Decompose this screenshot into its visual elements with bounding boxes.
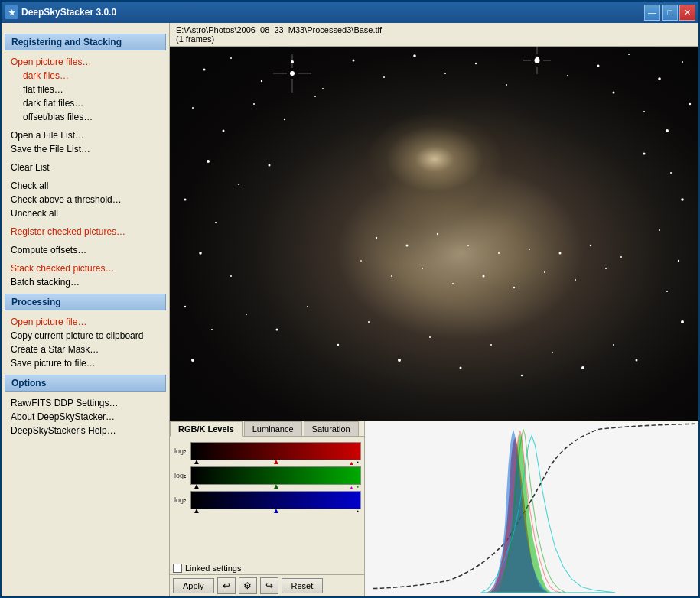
svg-point-5 <box>353 60 355 62</box>
linked-settings-row: Linked settings <box>170 562 364 574</box>
green-marker-left[interactable]: ▲ <box>193 482 200 490</box>
sidebar-item-open-picture-file[interactable]: Open picture file… <box>2 315 169 329</box>
green-marker-right-small[interactable]: ▲ <box>349 485 354 490</box>
svg-point-24 <box>269 164 271 167</box>
svg-point-53 <box>552 352 553 353</box>
reset-button[interactable]: Reset <box>282 578 324 593</box>
svg-point-51 <box>490 344 492 346</box>
svg-point-50 <box>460 367 462 369</box>
svg-point-55 <box>613 344 614 346</box>
svg-point-48 <box>398 359 401 362</box>
svg-point-72 <box>437 233 438 235</box>
svg-point-73 <box>452 283 454 284</box>
sidebar-item-save-picture[interactable]: Save picture to file… <box>2 356 169 370</box>
svg-point-57 <box>290 71 295 76</box>
sidebar-item-about[interactable]: About DeepSkyStacker… <box>2 410 169 424</box>
svg-point-32 <box>230 275 232 277</box>
sidebar-item-check-all[interactable]: Check all <box>2 179 169 193</box>
blue-marker-right[interactable]: ▪ <box>357 508 359 515</box>
sidebar-item-open-file-list[interactable]: Open a File List… <box>2 128 169 142</box>
svg-point-56 <box>636 359 638 362</box>
tab-saturation[interactable]: Saturation <box>304 421 359 436</box>
blue-channel-row: log₂ ▲ ▲ ▪ <box>173 489 361 512</box>
svg-point-33 <box>184 306 186 307</box>
sidebar-item-dark-files[interactable]: dark files… <box>2 69 169 83</box>
svg-point-71 <box>422 268 423 269</box>
undo-button[interactable]: ↩ <box>217 577 236 594</box>
sidebar-item-flat-files[interactable]: flat files… <box>2 83 169 96</box>
sidebar-item-raw-fits-ddp[interactable]: Raw/FITS DDP Settings… <box>2 396 169 410</box>
undo-icon: ↩ <box>223 580 230 591</box>
tab-luminance[interactable]: Luminance <box>244 421 302 436</box>
main-window: ★ DeepSkyStacker 3.0.0 — □ ✕ Registering… <box>0 0 700 598</box>
svg-point-67 <box>360 260 362 262</box>
svg-point-19 <box>253 103 255 105</box>
blue-channel-slider[interactable]: ▲ ▲ ▪ <box>190 491 361 509</box>
red-marker-right-small[interactable]: ▲ <box>349 460 354 466</box>
sidebar-section-processing: Processing <box>5 294 166 310</box>
tab-rgb-levels[interactable]: RGB/K Levels <box>170 421 243 437</box>
red-marker-right[interactable]: ▪ <box>357 459 359 466</box>
blue-marker-mid[interactable]: ▲ <box>272 506 280 515</box>
linked-settings-checkbox[interactable] <box>173 564 182 573</box>
apply-button[interactable]: Apply <box>173 578 214 593</box>
svg-point-74 <box>467 245 469 246</box>
svg-point-69 <box>391 275 392 277</box>
svg-point-22 <box>207 160 210 163</box>
sidebar-item-create-star-mask[interactable]: Create a Star Mask… <box>2 343 169 356</box>
sidebar-item-check-above[interactable]: Check above a threshold… <box>2 193 169 206</box>
svg-point-0 <box>203 69 206 71</box>
minimize-button[interactable]: — <box>644 5 660 21</box>
red-channel-slider[interactable]: ▲ ▲ ▲ ▪ <box>190 442 361 460</box>
svg-point-42 <box>681 320 684 323</box>
svg-point-30 <box>215 222 217 223</box>
sidebar-item-batch-stacking[interactable]: Batch stacking… <box>2 275 169 289</box>
svg-point-78 <box>529 249 530 250</box>
sidebar-item-compute-offsets[interactable]: Compute offsets… <box>2 243 169 257</box>
sidebar-item-clear-list[interactable]: Clear List <box>2 161 169 174</box>
red-channel-row: log₂ ▲ ▲ ▲ ▪ <box>173 440 361 463</box>
sidebar-item-stack-checked[interactable]: Stack checked pictures… <box>2 262 169 275</box>
svg-point-68 <box>376 237 377 239</box>
svg-point-52 <box>521 375 523 376</box>
red-log-label: log₂ <box>173 448 188 455</box>
file-path-bar: E:\Astro\Photos\2006_08_23_M33\Processed… <box>170 23 698 47</box>
svg-point-43 <box>246 314 247 315</box>
svg-point-82 <box>590 245 591 246</box>
bottom-panel: RGB/K Levels Luminance Saturation log₂ ▲ <box>170 421 698 596</box>
svg-point-8 <box>444 73 446 74</box>
svg-point-23 <box>238 184 239 185</box>
blue-marker-left[interactable]: ▲ <box>193 506 200 515</box>
sidebar-item-register-checked[interactable]: Register checked pictures… <box>2 225 169 239</box>
sidebar-item-dark-flat-files[interactable]: dark flat files… <box>2 96 169 110</box>
title-bar-buttons: — □ ✕ <box>644 5 695 21</box>
settings-button[interactable]: ⚙ <box>239 577 257 594</box>
sidebar-section-options: Options <box>5 375 166 392</box>
sidebar-item-save-file-list[interactable]: Save the File List… <box>2 142 169 156</box>
green-marker-mid[interactable]: ▲ <box>272 482 280 490</box>
svg-point-12 <box>567 75 568 76</box>
red-marker-mid[interactable]: ▲ <box>272 457 280 466</box>
sidebar-item-uncheck-all[interactable]: Uncheck all <box>2 206 169 220</box>
sidebar-item-help[interactable]: DeepSkyStacker's Help… <box>2 424 169 437</box>
svg-point-70 <box>406 245 409 247</box>
svg-point-75 <box>483 275 485 278</box>
svg-point-4 <box>322 88 324 89</box>
svg-point-28 <box>689 103 691 105</box>
svg-point-20 <box>284 119 285 120</box>
sidebar-item-offset-bias-files[interactable]: offset/bias files… <box>2 110 169 124</box>
sidebar: Registering and Stacking Open picture fi… <box>2 23 170 596</box>
redo-button[interactable]: ↪ <box>260 577 278 594</box>
window-title: DeepSkyStacker 3.0.0 <box>21 7 644 18</box>
sidebar-item-copy-clipboard[interactable]: Copy current picture to clipboard <box>2 329 169 343</box>
close-button[interactable]: ✕ <box>679 5 695 21</box>
green-channel-slider[interactable]: ▲ ▲ ▲ ▪ <box>190 466 361 485</box>
maximize-button[interactable]: □ <box>662 5 678 21</box>
channel-sliders: log₂ ▲ ▲ ▲ ▪ log₂ <box>170 437 364 562</box>
green-marker-right[interactable]: ▪ <box>357 483 359 490</box>
svg-point-62 <box>535 58 540 63</box>
sidebar-item-open-picture-files[interactable]: Open picture files… <box>2 55 169 69</box>
svg-point-15 <box>658 77 661 80</box>
histogram-svg <box>365 421 698 596</box>
red-marker-left[interactable]: ▲ <box>193 457 200 466</box>
